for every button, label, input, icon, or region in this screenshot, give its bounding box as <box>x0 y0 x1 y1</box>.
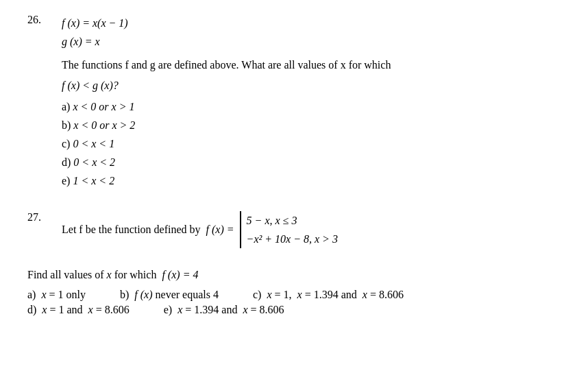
problem-27-content: Let f be the function defined by f (x) =… <box>62 211 561 254</box>
choice-27-e: e) x = 1.394 and x = 8.606 <box>164 304 284 316</box>
function-f-eq: f (x) = x(x − 1) <box>62 14 561 32</box>
problem-26-content: f (x) = x(x − 1) g (x) = x The functions… <box>62 14 561 191</box>
choice-26-d: d) 0 < x < 2 <box>62 153 561 171</box>
choice-26-e: e) 1 < x < 2 <box>62 171 561 190</box>
question-ineq-text: f (x) < g (x)? <box>62 80 119 91</box>
choices-row1-27: a) x = 1 only b) f (x) never equals 4 c)… <box>27 289 561 301</box>
function-g-eq: g (x) = x <box>62 32 561 51</box>
problem-27: 27. Let f be the function defined by f (… <box>27 211 561 254</box>
choice-26-b: b) x < 0 or x > 2 <box>62 116 561 134</box>
problem-26-number: 26. <box>27 14 62 191</box>
choice-27-b-eq: never equals 4 <box>153 289 219 300</box>
choices-list-26: a) x < 0 or x > 1b) x < 0 or x > 2c) 0 <… <box>62 97 561 191</box>
choice-27-c-x2: x <box>297 289 302 300</box>
piecewise-top: 5 − x, x ≤ 3 <box>247 211 338 230</box>
choice-26-c: c) 0 < x < 1 <box>62 134 561 153</box>
choice-27-e-label: e) <box>164 304 175 315</box>
find-text-content: Find all values of x for which <box>27 269 159 280</box>
choice-27-e-eq: = 1.394 and <box>182 304 240 315</box>
choice-27-d-x2: x <box>88 304 93 315</box>
find-equation: f (x) = 4 <box>162 269 198 280</box>
f-x-eq: f (x) = <box>201 224 237 236</box>
problem-27-number: 27. <box>27 211 62 254</box>
choice-27-b-text: f (x) <box>134 289 152 300</box>
choice-27-b: b) f (x) never equals 4 <box>120 289 219 301</box>
question-ineq: f (x) < g (x)? <box>62 77 561 95</box>
choice-27-c-text: x <box>267 289 271 300</box>
function-block-26: f (x) = x(x − 1) g (x) = x <box>62 14 561 51</box>
choice-27-c-eq: = 1, <box>272 289 295 300</box>
problem-26: 26. f (x) = x(x − 1) g (x) = x The funct… <box>27 14 561 191</box>
choice-27-a-eq: = 1 only <box>47 289 86 300</box>
piecewise-bottom: −x² + 10x − 8, x > 3 <box>247 230 338 248</box>
choice-27-a-text: x <box>41 289 46 300</box>
choice-27-c-label: c) <box>253 289 264 300</box>
find-text: Find all values of x for which f (x) = 4 <box>27 266 561 284</box>
question-main: The functions f and g are defined above.… <box>62 59 391 71</box>
choice-27-c-eq3: = 8.606 <box>367 289 404 300</box>
problem-27-row: Let f be the function defined by f (x) =… <box>62 211 561 248</box>
choice-27-a-label: a) <box>27 289 38 300</box>
choice-27-d-eq: = 1 and <box>47 304 85 315</box>
choice-27-c: c) x = 1, x = 1.394 and x = 8.606 <box>253 289 404 301</box>
choice-26-a: a) x < 0 or x > 1 <box>62 97 561 116</box>
intro-text: Let f be the function defined by <box>62 224 201 236</box>
choice-27-d-eq2: = 8.606 <box>93 304 130 315</box>
choice-27-d: d) x = 1 and x = 8.606 <box>27 304 130 316</box>
choice-27-e-eq2: = 8.606 <box>247 304 284 315</box>
choices-row2-27: d) x = 1 and x = 8.606 e) x = 1.394 and … <box>27 304 561 316</box>
piecewise-function: 5 − x, x ≤ 3 −x² + 10x − 8, x > 3 <box>240 211 338 248</box>
choice-27-c-eq2: = 1.394 and <box>302 289 360 300</box>
question-text-26: The functions f and g are defined above.… <box>62 56 561 74</box>
choice-27-d-label: d) <box>27 304 39 315</box>
choice-27-a: a) x = 1 only <box>27 289 86 301</box>
choice-27-b-label: b) <box>120 289 132 300</box>
choice-27-c-x3: x <box>363 289 367 300</box>
